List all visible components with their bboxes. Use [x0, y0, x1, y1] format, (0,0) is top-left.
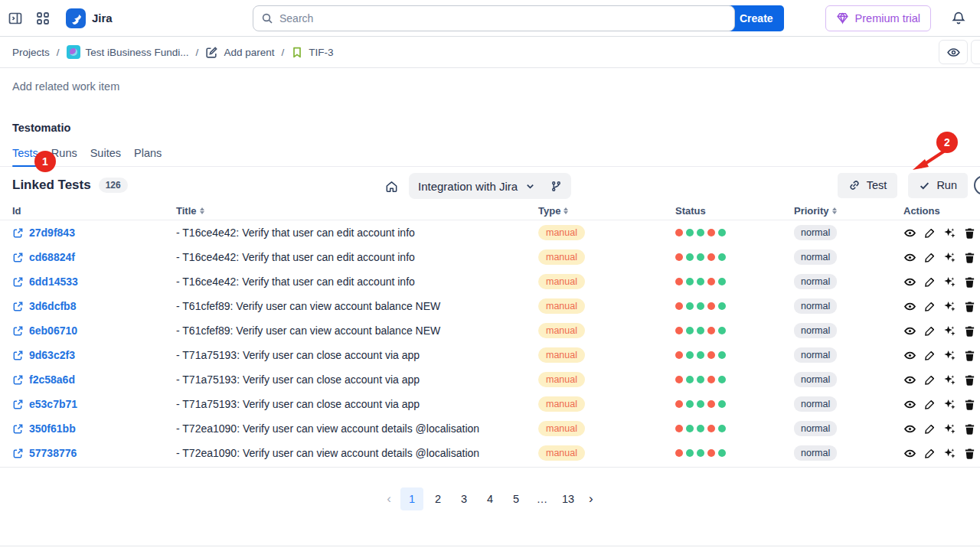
- test-id: 350f61bb: [29, 422, 76, 435]
- edit-pencil-icon[interactable]: [923, 422, 936, 435]
- ai-sparkles-icon[interactable]: [943, 447, 956, 460]
- col-header-type[interactable]: Type: [538, 205, 675, 217]
- run-button[interactable]: Run: [908, 173, 968, 198]
- table-row: f2c58a6d - T71a75193: Verify user can cl…: [0, 367, 980, 392]
- status-dot-coral: [675, 351, 683, 359]
- link-test-label: Test: [867, 179, 887, 191]
- view-eye-icon[interactable]: [903, 300, 916, 313]
- ai-sparkles-icon[interactable]: [943, 349, 956, 362]
- tab-tests[interactable]: Tests: [12, 147, 38, 166]
- edit-pencil-icon[interactable]: [923, 300, 936, 313]
- pagination-page-4[interactable]: 4: [479, 487, 501, 510]
- status-dot-green: [718, 278, 726, 285]
- tab-runs[interactable]: Runs: [51, 147, 77, 166]
- tab-plans[interactable]: Plans: [134, 147, 162, 166]
- test-title: - T61cfef89: Verify user can view accoun…: [176, 324, 538, 337]
- test-id-link[interactable]: cd68824f: [12, 251, 176, 263]
- view-eye-icon[interactable]: [903, 447, 916, 460]
- delete-trash-icon[interactable]: [963, 251, 976, 264]
- test-title: - T71a75193: Verify user can close accou…: [176, 349, 538, 361]
- more-actions-button[interactable]: [971, 40, 980, 64]
- delete-trash-icon[interactable]: [963, 447, 976, 460]
- add-parent-button[interactable]: Add parent: [205, 46, 274, 59]
- breadcrumb-issue[interactable]: TIF-3: [291, 46, 333, 58]
- edit-pencil-icon[interactable]: [923, 373, 936, 386]
- pagination-page-2[interactable]: 2: [426, 487, 449, 510]
- edit-pencil-icon[interactable]: [923, 349, 936, 362]
- link-test-button[interactable]: Test: [838, 173, 898, 198]
- edit-pencil-icon[interactable]: [923, 227, 936, 240]
- delete-trash-icon[interactable]: [963, 227, 976, 240]
- test-id-link[interactable]: 6eb06710: [12, 324, 176, 337]
- ai-sparkles-icon[interactable]: [943, 227, 956, 240]
- tab-suites[interactable]: Suites: [90, 147, 121, 166]
- pagination-page-1[interactable]: 1: [400, 487, 423, 510]
- global-search[interactable]: [253, 5, 735, 31]
- view-eye-icon[interactable]: [903, 422, 916, 435]
- premium-trial-button[interactable]: Premium trial: [825, 5, 931, 31]
- delete-trash-icon[interactable]: [963, 300, 976, 313]
- pagination-page-5[interactable]: 5: [505, 487, 528, 510]
- ai-sparkles-icon[interactable]: [943, 373, 956, 386]
- ai-sparkles-icon[interactable]: [943, 251, 956, 264]
- test-id-link[interactable]: 6dd14533: [12, 276, 176, 288]
- breadcrumb-projects[interactable]: Projects: [12, 47, 50, 58]
- view-eye-icon[interactable]: [903, 276, 916, 289]
- col-header-title[interactable]: Title: [176, 205, 538, 217]
- home-icon[interactable]: [381, 176, 401, 196]
- ai-sparkles-icon[interactable]: [943, 422, 956, 435]
- app-switcher-icon[interactable]: [31, 6, 55, 31]
- delete-trash-icon[interactable]: [963, 422, 976, 435]
- row-actions: [903, 251, 980, 264]
- view-eye-icon[interactable]: [903, 398, 916, 411]
- edit-pencil-icon[interactable]: [923, 324, 936, 337]
- sidebar-toggle-icon[interactable]: [3, 6, 28, 31]
- view-eye-icon[interactable]: [903, 227, 916, 240]
- view-eye-icon[interactable]: [903, 373, 916, 386]
- delete-trash-icon[interactable]: [963, 324, 976, 337]
- priority-cell: normal: [794, 274, 903, 289]
- suite-filter-dropdown[interactable]: Integration with Jira: [409, 173, 571, 199]
- delete-trash-icon[interactable]: [963, 349, 976, 362]
- search-input[interactable]: [279, 12, 727, 24]
- status-dot-green: [697, 449, 704, 457]
- test-id-link[interactable]: 3d6dcfb8: [12, 300, 176, 312]
- jira-logo[interactable]: Jira: [66, 8, 113, 28]
- edit-pencil-icon[interactable]: [923, 447, 936, 460]
- view-eye-icon[interactable]: [903, 324, 916, 337]
- ai-sparkles-icon[interactable]: [943, 398, 956, 411]
- add-related-work-item[interactable]: Add related work item: [0, 68, 980, 93]
- delete-trash-icon[interactable]: [963, 276, 976, 289]
- pagination-next-icon[interactable]: ›: [583, 491, 599, 507]
- priority-badge: normal: [794, 347, 837, 363]
- col-header-priority[interactable]: Priority: [794, 205, 903, 217]
- watch-eye-icon[interactable]: [939, 40, 968, 64]
- status-dot-green: [697, 278, 704, 285]
- test-id-link[interactable]: f2c58a6d: [12, 373, 176, 386]
- test-id-link[interactable]: e53c7b71: [12, 398, 176, 410]
- delete-trash-icon[interactable]: [963, 398, 976, 411]
- pagination-prev-icon[interactable]: ‹: [381, 491, 397, 507]
- view-eye-icon[interactable]: [903, 251, 916, 264]
- ai-sparkles-icon[interactable]: [943, 276, 956, 289]
- edit-pencil-icon[interactable]: [923, 276, 936, 289]
- breadcrumb-project[interactable]: Test iBusiness Fundi...: [67, 45, 189, 59]
- priority-cell: normal: [794, 347, 903, 363]
- delete-trash-icon[interactable]: [963, 373, 976, 386]
- branch-icon[interactable]: [550, 181, 562, 192]
- test-id-link[interactable]: 57738776: [12, 447, 176, 459]
- edit-pencil-icon[interactable]: [923, 398, 936, 411]
- notifications-bell-icon[interactable]: [946, 6, 971, 31]
- edit-pencil-icon[interactable]: [923, 251, 936, 264]
- ai-sparkles-icon[interactable]: [943, 300, 956, 313]
- test-id-link[interactable]: 350f61bb: [12, 422, 176, 435]
- view-eye-icon[interactable]: [903, 349, 916, 362]
- row-actions: [903, 349, 980, 362]
- ai-sparkles-icon[interactable]: [943, 324, 956, 337]
- col-header-id[interactable]: Id: [12, 205, 176, 217]
- pagination-page-13[interactable]: 13: [557, 487, 580, 510]
- test-id-link[interactable]: 27d9f843: [12, 227, 176, 239]
- pagination-page-3[interactable]: 3: [452, 487, 475, 510]
- status-dots: [675, 425, 794, 432]
- test-id-link[interactable]: 9d63c2f3: [12, 349, 176, 361]
